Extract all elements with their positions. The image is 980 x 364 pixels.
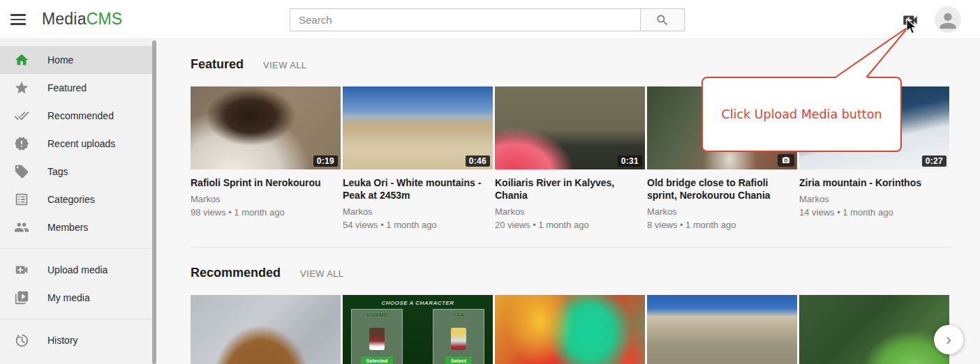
video-meta: 14 views • 1 month ago [799, 207, 949, 218]
featured-view-all-link[interactable]: VIEW ALL [263, 60, 306, 70]
duration-badge: 0:46 [466, 156, 490, 167]
video-card[interactable]: 0:31 Koiliaris River in Kalyves, Chania … [495, 86, 645, 230]
sidebar-scrollbar[interactable] [152, 40, 156, 364]
sidebar-item-recent-uploads[interactable]: Recent uploads [0, 130, 154, 158]
sidebar-item-label: Recommended [47, 110, 114, 121]
tag-icon [14, 164, 29, 179]
user-avatar[interactable] [935, 6, 961, 33]
video-author[interactable]: Markos [495, 206, 645, 217]
video-thumbnail[interactable] [191, 295, 341, 364]
section-title: Recommended [191, 266, 281, 280]
select-button: Select [445, 356, 472, 364]
video-card[interactable]: 0:46 Leuka Ori - White mountains - Peak … [343, 86, 493, 230]
character-name: KWAME [366, 312, 388, 318]
video-meta: 20 views • 1 month ago [495, 220, 645, 230]
video-title[interactable]: Leuka Ori - White mountains - Peak at 24… [343, 176, 493, 202]
sidebar-divider [0, 248, 154, 249]
video-author[interactable]: Markos [647, 206, 797, 217]
sidebar: Home Featured Recommended Recent uploads… [0, 39, 154, 364]
section-title: Featured [191, 57, 244, 72]
video-thumbnail[interactable] [799, 295, 949, 364]
video-card[interactable] [799, 295, 949, 364]
members-icon [14, 220, 29, 235]
sidebar-item-label: Categories [47, 194, 95, 205]
section-divider [191, 247, 951, 248]
video-card[interactable]: 0:19 Rafioli Sprint in Nerokourou Markos… [191, 86, 341, 230]
video-meta: 98 views • 1 month ago [191, 207, 341, 218]
history-icon [14, 333, 29, 348]
duration-badge: 0:27 [922, 156, 946, 167]
character-name: YAA [453, 312, 464, 318]
upload-media-icon [14, 262, 29, 278]
video-thumbnail[interactable] [647, 295, 797, 364]
character-sprite [451, 328, 466, 350]
sidebar-item-label: Featured [47, 82, 87, 93]
video-thumbnail[interactable]: CHOOSE A CHARACTER KWAME Selected YAA Se… [343, 295, 493, 364]
video-author[interactable]: Markos [343, 206, 493, 217]
recommended-cards-row: CHOOSE A CHARACTER KWAME Selected YAA Se… [191, 295, 951, 364]
carousel-next-button[interactable]: › [934, 325, 963, 354]
person-icon [936, 9, 960, 33]
video-meta: 8 views • 1 month ago [647, 220, 797, 230]
chevron-right-icon: › [946, 330, 951, 349]
video-thumbnail[interactable]: 0:46 [343, 86, 493, 169]
done-all-icon [14, 108, 29, 123]
search-icon [655, 13, 669, 27]
video-thumbnail[interactable] [495, 295, 645, 364]
video-title[interactable]: Ziria mountain - Korinthos [799, 176, 949, 189]
sidebar-item-label: Members [47, 222, 88, 233]
selected-button: Selected [361, 356, 394, 364]
duration-badge: 0:31 [618, 156, 642, 167]
annotation-text: Click Upload Media button [722, 107, 882, 121]
character-sprite [369, 328, 385, 350]
sidebar-item-tags[interactable]: Tags [0, 158, 154, 185]
logo-cms: CMS [87, 10, 123, 28]
sidebar-item-label: Upload media [47, 264, 107, 275]
recommended-view-all-link[interactable]: VIEW ALL [300, 268, 343, 279]
video-thumbnail[interactable]: 0:19 [191, 86, 341, 169]
search-button[interactable] [641, 8, 685, 31]
categories-icon [14, 192, 29, 207]
video-author[interactable]: Markos [799, 194, 949, 204]
thumb-overlay-panels: KWAME Selected YAA Select [343, 306, 493, 364]
thumb-overlay-title: CHOOSE A CHARACTER [343, 295, 493, 306]
video-title[interactable]: Koiliaris River in Kalyves, Chania [495, 176, 645, 202]
video-card[interactable] [191, 295, 341, 364]
search-bar [290, 8, 685, 31]
sidebar-item-label: Recent uploads [47, 138, 115, 149]
character-panel-left: KWAME Selected [351, 309, 403, 364]
sidebar-item-recommended[interactable]: Recommended [0, 102, 154, 130]
new-releases-icon [14, 136, 29, 151]
sidebar-item-label: History [47, 335, 78, 346]
photo-camera-icon [778, 154, 794, 167]
video-card[interactable]: CHOOSE A CHARACTER KWAME Selected YAA Se… [343, 295, 493, 364]
video-meta: 54 views • 1 month ago [343, 220, 493, 230]
recommended-section-header: Recommended VIEW ALL [191, 266, 980, 280]
mouse-cursor [905, 18, 919, 35]
sidebar-item-label: Tags [47, 166, 68, 177]
annotation-callout: Click Upload Media button [701, 77, 902, 152]
star-icon [14, 80, 29, 96]
video-author[interactable]: Markos [191, 194, 341, 204]
app-logo[interactable]: MediaCMS [42, 10, 122, 29]
video-title[interactable]: Old bridge close to Rafioli sprint, Nero… [647, 176, 797, 202]
video-title[interactable]: Rafioli Sprint in Nerokourou [191, 176, 341, 189]
sidebar-item-my-media[interactable]: My media [0, 284, 154, 312]
sidebar-item-featured[interactable]: Featured [0, 74, 154, 102]
video-card[interactable] [495, 295, 645, 364]
sidebar-divider [0, 319, 154, 319]
sidebar-item-categories[interactable]: Categories [0, 185, 154, 213]
menu-icon[interactable] [10, 11, 29, 28]
sidebar-item-upload-media[interactable]: Upload media [0, 256, 154, 284]
sidebar-item-history[interactable]: History [0, 326, 154, 354]
home-icon [14, 52, 29, 68]
video-card[interactable] [647, 295, 797, 364]
sidebar-item-label: Home [47, 54, 73, 66]
search-input[interactable] [290, 8, 641, 31]
video-thumbnail[interactable]: 0:31 [495, 86, 645, 169]
sidebar-item-home[interactable]: Home [0, 46, 154, 74]
my-media-icon [14, 290, 29, 305]
sidebar-item-label: My media [47, 292, 90, 303]
logo-media: Media [42, 10, 87, 28]
sidebar-item-members[interactable]: Members [0, 213, 154, 241]
